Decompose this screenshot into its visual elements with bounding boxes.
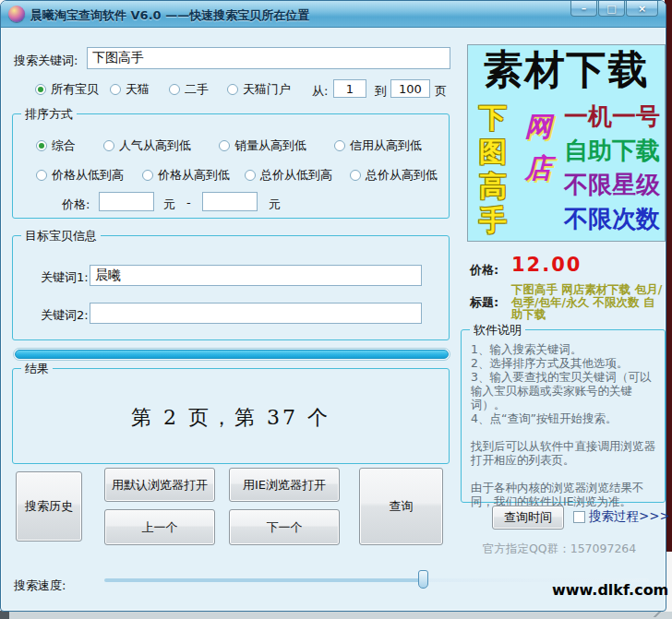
radio-icon [36,170,47,181]
radio-label: 价格从低到高 [52,167,124,184]
radio-label: 价格从高到低 [158,167,230,184]
yuan-label: 元 [163,196,175,213]
progress-bar [13,348,450,361]
ad-vertical-text-1: 下图高手 [476,101,510,237]
radio-sort-comprehensive[interactable]: 综合 [36,137,76,154]
radio-label: 销量从高到低 [234,137,306,154]
radio-label: 所有宝贝 [51,81,99,98]
keyword1-label: 关键词1: [41,269,89,286]
keyword1-input[interactable] [90,265,422,286]
ad-feature-lines: 一机一号 自助下载 不限星级 不限次数 [564,100,666,236]
search-keyword-input[interactable] [87,47,450,69]
search-history-button[interactable]: 搜索历史 [16,471,82,542]
radio-icon [35,84,46,95]
search-keyword-label: 搜索关键词: [14,53,78,69]
from-page-input[interactable] [333,79,366,98]
instructions-group: 软件说明 1、输入搜索关键词。 2、选择排序方式及其他选项。 3、输入要查找的宝… [461,329,666,503]
radio-label: 总价从高到低 [366,167,438,184]
radio-label: 二手 [185,81,209,98]
ad-vertical-text-2: 网店 [521,106,556,189]
radio-label: 总价从低到高 [260,167,332,184]
ad-banner[interactable]: 素材下载 下图高手 网店 一机一号 自助下载 不限星级 不限次数 [467,44,666,242]
to-label: 到 [375,83,387,100]
radio-tmall-portal[interactable]: 天猫门户 [227,81,291,98]
app-icon [8,6,25,22]
instruction-line: 2、选择排序方式及其他选项。 [471,356,658,370]
radio-label: 天猫 [126,81,150,98]
ad-feature-line: 不限星级 [564,168,666,202]
product-price-value: 12.00 [511,254,582,276]
previous-button[interactable]: 上一个 [104,509,215,545]
ad-feature-line: 不限次数 [564,202,666,236]
search-speed-label: 搜索速度: [14,577,66,594]
open-default-browser-button[interactable]: 用默认浏览器打开 [104,468,215,502]
radio-tmall[interactable]: 天猫 [110,81,150,98]
titlebar: 晨曦淘宝查询软件 V6.0 ——快速搜索宝贝所在位置 – □ × [1,1,666,28]
keyword2-input[interactable] [90,303,422,324]
search-process-label: 搜索过程>>> [589,508,670,525]
radio-sort-price-asc[interactable]: 价格从低到高 [36,167,124,184]
radio-sort-popularity-desc[interactable]: 人气从高到低 [103,137,191,154]
instruction-line: 4、点“查询”按钮开始搜索。 [471,411,658,425]
radio-secondhand[interactable]: 二手 [169,81,209,98]
radio-label: 信用从高到低 [350,137,422,154]
product-title-label: 标题: [470,294,498,311]
query-time-button[interactable]: 查询时间 [492,506,564,530]
target-item-group: 目标宝贝信息 关键词1: 关键词2: [12,235,450,340]
minimize-button[interactable]: – [570,1,597,17]
radio-icon [219,140,230,151]
query-button[interactable]: 查询 [359,468,443,545]
instructions-group-title: 软件说明 [470,322,525,339]
ad-feature-line: 一机一号 [564,100,666,134]
radio-all-items[interactable]: 所有宝贝 [35,81,99,98]
result-text: 第 2 页，第 37 个 [13,404,449,432]
radio-sort-sales-desc[interactable]: 销量从高到低 [219,137,306,154]
result-group: 结果 第 2 页，第 37 个 [12,368,450,464]
result-group-title: 结果 [21,361,53,377]
website-text: www.dlkf.com [552,581,668,599]
radio-icon [350,170,361,181]
search-process-checkbox[interactable] [573,511,585,523]
price-max-input[interactable] [202,192,258,211]
app-window: 晨曦淘宝查询软件 V6.0 ——快速搜索宝贝所在位置 – □ × 搜索关键词: … [0,0,666,612]
radio-label: 综合 [52,137,76,154]
sort-group: 排序方式 综合 人气从高到低 销量从高到低 信用从高到低 价格从低到高 [12,113,450,219]
radio-icon [103,140,114,151]
page-unit-label: 页 [435,83,447,100]
open-ie-browser-button[interactable]: 用IE浏览器打开 [229,468,340,502]
product-price-label: 价格: [470,262,498,279]
radio-label: 天猫门户 [243,81,291,98]
price-range-separator: - [186,196,191,209]
price-range-label: 价格: [62,196,90,213]
bottom-left-corner [0,611,9,619]
radio-icon [334,140,345,151]
radio-sort-credit-desc[interactable]: 信用从高到低 [334,137,422,154]
radio-sort-price-desc[interactable]: 价格从高到低 [142,167,230,184]
ad-headline: 素材下载 [468,48,665,90]
category-row: 所有宝贝 天猫 二手 天猫门户 从: 到 页 [1,79,462,98]
radio-icon [36,140,47,151]
radio-sort-total-desc[interactable]: 总价从高到低 [350,167,438,184]
price-min-input[interactable] [99,192,154,211]
radio-sort-total-asc[interactable]: 总价从低到高 [245,167,332,184]
target-group-title: 目标宝贝信息 [21,228,101,244]
radio-label: 人气从高到低 [119,137,191,154]
search-process-toggle[interactable]: 搜索过程>>> [573,508,670,525]
yuan-label: 元 [269,196,281,213]
instruction-line: 1、输入搜索关键词。 [471,342,658,356]
close-button[interactable]: × [626,1,658,17]
radio-icon [227,84,238,95]
radio-icon [110,84,121,95]
radio-icon [142,170,153,181]
speed-slider-handle[interactable] [418,570,428,589]
next-button[interactable]: 下一个 [229,509,340,545]
keyword2-label: 关键词2: [41,307,89,324]
to-page-input[interactable] [390,79,430,98]
from-label: 从: [312,83,328,100]
radio-icon [169,84,180,95]
radio-icon [245,170,256,181]
maximize-button[interactable]: □ [598,1,625,17]
product-title-value: 下图高手 网店素材下载 包月/包季/包年/永久 不限次数 自助下载 [511,283,663,321]
progress-bar-fill [15,350,449,359]
sort-group-title: 排序方式 [21,106,77,123]
